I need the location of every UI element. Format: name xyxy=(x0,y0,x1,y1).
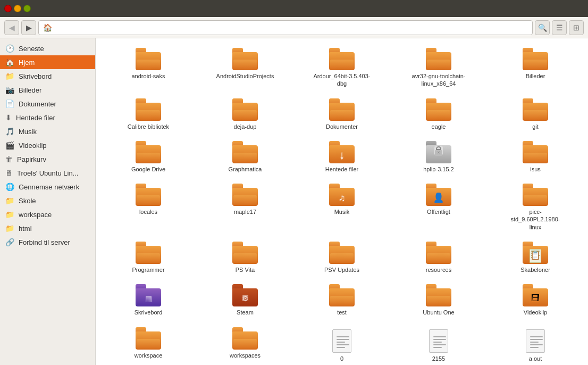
sidebar-item-gennemse-netvaerk[interactable]: 🌐Gennemse netværk xyxy=(0,180,95,194)
back-button[interactable]: ◀ xyxy=(4,20,19,35)
sidebar-item-dokumenter[interactable]: 📄Dokumenter xyxy=(0,97,95,111)
file-item-dokumenter[interactable]: Dokumenter xyxy=(295,94,389,135)
file-icon-programmer xyxy=(136,242,161,264)
location-bar[interactable]: 🏠 xyxy=(38,20,533,35)
search-button[interactable]: 🔍 xyxy=(535,20,550,35)
sidebar-item-musik[interactable]: 🎵Musik xyxy=(0,125,95,138)
file-item-psv-updates[interactable]: PSV Updates xyxy=(295,237,389,278)
file-item-ubuntu-one[interactable]: Ubuntu One xyxy=(391,280,486,320)
file-name-dokumenter: Dokumenter xyxy=(326,123,358,130)
file-item-steam[interactable]: ⚙Steam xyxy=(198,280,292,320)
toolbar-actions: 🔍 ☰ ⊞ xyxy=(535,20,584,35)
sidebar-item-hentede-filer[interactable]: ⬇Hentede filer xyxy=(0,111,95,125)
file-item-musik[interactable]: ♫Musik xyxy=(295,179,389,235)
file-item-ps-vita[interactable]: PS Vita xyxy=(198,237,292,278)
file-item-eagle[interactable]: eagle xyxy=(391,94,486,135)
file-item-offentligt[interactable]: 👤Offentligt xyxy=(391,179,486,235)
file-name-resources: resources xyxy=(426,266,451,273)
sidebar-item-html[interactable]: 📁html xyxy=(0,221,95,235)
file-name-ps-vita: PS Vita xyxy=(236,266,255,273)
sidebar-item-videoklip[interactable]: 🎬Videoklip xyxy=(0,138,95,152)
file-icon-androidstudio xyxy=(232,48,258,70)
sidebar-item-troels-ubuntu[interactable]: 🖥Troels' Ubuntu Lin... xyxy=(0,166,95,180)
file-item-file-aout[interactable]: a.out xyxy=(488,323,583,365)
file-icon-ubuntu-one xyxy=(426,284,451,306)
file-item-deja-dup[interactable]: deja-dup xyxy=(198,94,292,135)
file-item-calibre[interactable]: Calibre bibliotek xyxy=(101,94,196,135)
file-item-test[interactable]: test xyxy=(295,280,389,320)
file-item-avr32[interactable]: avr32-gnu-toolchain-linux_x86_64 xyxy=(391,44,486,92)
window-controls xyxy=(4,5,31,12)
file-name-steam: Steam xyxy=(237,309,254,316)
file-item-hentede-filer[interactable]: ↓Hentede filer xyxy=(295,137,389,177)
sidebar-icon-billeder: 📷 xyxy=(5,86,14,94)
file-area[interactable]: android-saksAndroidStudioProjectsArdour_… xyxy=(96,38,588,365)
sidebar-item-skole[interactable]: 📁Skole xyxy=(0,194,95,208)
file-item-graphmatica[interactable]: Graphmatica xyxy=(198,137,292,177)
sidebar-icon-troels-ubuntu: 🖥 xyxy=(5,169,13,177)
list-view-button[interactable]: ☰ xyxy=(552,20,567,35)
file-item-ardour[interactable]: Ardour_64bit-3.5.403-dbg xyxy=(295,44,389,92)
file-item-maple17[interactable]: maple17 xyxy=(198,179,292,235)
file-item-videoklip[interactable]: 🎞Videoklip xyxy=(488,280,583,320)
forward-button[interactable]: ▶ xyxy=(21,20,36,35)
maximize-button[interactable] xyxy=(23,5,31,12)
file-item-skrivebord[interactable]: ▦Skrivebord xyxy=(101,280,196,320)
file-icon-resources xyxy=(426,242,451,264)
file-item-file-2155[interactable]: 2155 xyxy=(391,323,486,365)
file-item-google-drive[interactable]: Google Drive xyxy=(101,137,196,177)
file-icon-file-0 xyxy=(331,327,353,353)
file-item-isus[interactable]: isus xyxy=(488,137,583,177)
file-item-workspace[interactable]: workspace xyxy=(101,323,196,365)
file-name-billeder: Billeder xyxy=(526,72,545,80)
sidebar-label-hjem: Hjem xyxy=(19,59,35,67)
file-icon-dokumenter xyxy=(329,98,355,121)
file-icon-calibre xyxy=(136,98,161,121)
sidebar-item-billeder[interactable]: 📷Billeder xyxy=(0,83,95,97)
file-name-file-2155: 2155 xyxy=(432,355,445,362)
file-name-deja-dup: deja-dup xyxy=(234,123,257,130)
file-name-locales: locales xyxy=(139,208,157,215)
file-item-git[interactable]: git xyxy=(488,94,583,135)
sidebar-item-skrivebord[interactable]: 📁Skrivebord xyxy=(0,69,95,83)
file-name-maple17: maple17 xyxy=(234,208,256,215)
sidebar-label-dokumenter: Dokumenter xyxy=(19,100,56,108)
file-icon-picc-std xyxy=(523,184,548,206)
sidebar-item-workspace[interactable]: 📁workspace xyxy=(0,208,95,221)
file-icon-ardour xyxy=(329,48,355,70)
file-name-psv-updates: PSV Updates xyxy=(324,266,359,273)
file-name-workspaces: workspaces xyxy=(230,352,261,359)
file-name-graphmatica: Graphmatica xyxy=(229,165,262,173)
sidebar-item-forbind-til-server[interactable]: 🔗Forbind til server xyxy=(0,235,95,249)
file-name-file-aout: a.out xyxy=(529,355,542,362)
sidebar-label-billeder: Billeder xyxy=(19,86,41,94)
file-item-programmer[interactable]: Programmer xyxy=(101,237,196,278)
sidebar-item-hjem[interactable]: 🏠Hjem xyxy=(0,55,95,69)
minimize-button[interactable] xyxy=(14,5,21,12)
file-item-picc-std[interactable]: picc-std_9.60PL2.1980-linux xyxy=(488,179,583,235)
file-name-offentligt: Offentligt xyxy=(427,208,450,215)
sidebar-icon-gennemse-netvaerk: 🌐 xyxy=(5,182,14,191)
file-item-file-0[interactable]: 0 xyxy=(295,323,389,365)
grid-view-button[interactable]: ⊞ xyxy=(569,20,584,35)
file-item-hplip[interactable]: ✕ hplip-3.15.2 xyxy=(391,137,486,177)
file-item-androidstudio[interactable]: AndroidStudioProjects xyxy=(198,44,292,92)
sidebar-item-papirkurv[interactable]: 🗑Papirkurv xyxy=(0,152,95,166)
sidebar-icon-skrivebord: 📁 xyxy=(5,72,14,80)
file-name-android-saks: android-saks xyxy=(132,72,165,80)
sidebar-icon-skole: 📁 xyxy=(5,196,14,205)
file-item-resources[interactable]: resources xyxy=(391,237,486,278)
file-item-workspaces[interactable]: workspaces xyxy=(198,323,292,365)
file-icon-locales xyxy=(136,184,161,206)
file-item-locales[interactable]: locales xyxy=(101,179,196,235)
file-item-skabeloner[interactable]: Skabeloner xyxy=(488,237,583,278)
file-item-android-saks[interactable]: android-saks xyxy=(101,44,196,92)
sidebar-item-seneste[interactable]: 🕐Seneste xyxy=(0,42,95,55)
sidebar: 🕐Seneste🏠Hjem📁Skrivebord📷Billeder📄Dokume… xyxy=(0,38,96,365)
file-name-hplip: hplip-3.15.2 xyxy=(423,165,454,173)
close-button[interactable] xyxy=(4,5,12,12)
file-icon-videoklip: 🎞 xyxy=(523,284,548,306)
sidebar-icon-html: 📁 xyxy=(5,224,14,233)
file-item-billeder[interactable]: Billeder xyxy=(488,44,583,92)
titlebar xyxy=(0,0,588,17)
